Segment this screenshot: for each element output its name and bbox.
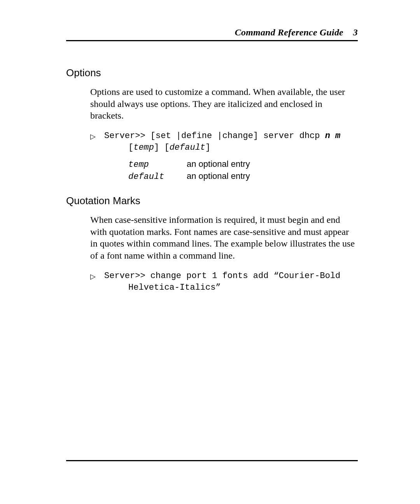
l2-close: ] <box>205 143 210 152</box>
l2-open: [ <box>128 143 133 152</box>
quotes-paragraph: When case-sensitive information is requi… <box>90 214 358 262</box>
l2-temp: temp <box>133 143 154 152</box>
l2-default: default <box>170 143 205 152</box>
example-row: ▷ Server>> change port 1 fonts add “Cour… <box>90 270 358 282</box>
example-row: ▷ Server>> [set |define |change] server … <box>90 130 358 142</box>
header-title: Command Reference Guide <box>235 27 343 37</box>
page: Command Reference Guide 3 Options Option… <box>0 0 420 504</box>
option-desc: an optional entry <box>187 159 250 169</box>
quotes-example: ▷ Server>> change port 1 fonts add “Cour… <box>90 270 358 294</box>
triangle-icon: ▷ <box>90 270 104 282</box>
example-code-line2: Helvetica-Italics” <box>128 282 358 294</box>
example-code-line2: [temp] [default] <box>128 142 358 154</box>
running-header: Command Reference Guide 3 <box>66 27 358 41</box>
option-desc: an optional entry <box>187 171 250 181</box>
header-page-number: 3 <box>353 27 358 37</box>
option-row: default an optional entry <box>128 171 358 182</box>
options-example: ▷ Server>> [set |define |change] server … <box>90 130 358 182</box>
l2-mid: ] [ <box>154 143 170 152</box>
option-term: temp <box>128 160 187 170</box>
example-prefix: Server>> [set |define |change] server dh… <box>104 131 325 141</box>
triangle-icon: ▷ <box>90 130 104 142</box>
options-table: temp an optional entry default an option… <box>128 159 358 182</box>
header-spacer <box>346 27 350 37</box>
section-title-quotes: Quotation Marks <box>66 195 358 207</box>
quotes-example-line1: Server>> change port 1 fonts add “Courie… <box>104 271 340 281</box>
options-paragraph: Options are used to customize a command.… <box>90 86 358 122</box>
example-code: Server>> [set |define |change] server dh… <box>104 130 340 142</box>
example-args: n m <box>325 131 341 141</box>
example-code: Server>> change port 1 fonts add “Courie… <box>104 270 340 282</box>
section-title-options: Options <box>66 67 358 79</box>
option-row: temp an optional entry <box>128 159 358 170</box>
quotes-example-line2: Helvetica-Italics” <box>128 283 221 292</box>
footer-rule <box>66 460 358 461</box>
option-term: default <box>128 172 187 182</box>
